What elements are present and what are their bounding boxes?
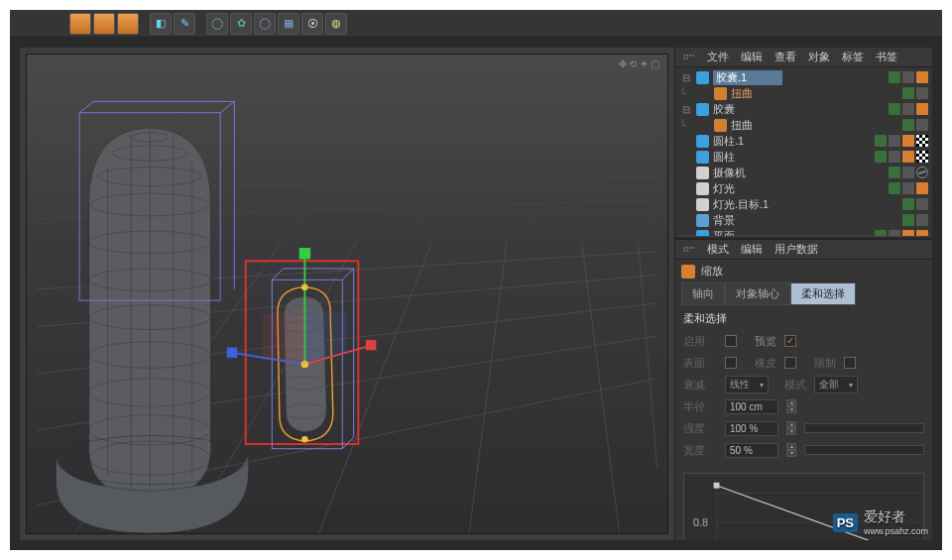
soft-select-section: 柔和选择 启用 预览 表面 橡皮 限制 衰减 线性 <box>675 305 932 469</box>
tb-record-1[interactable] <box>69 13 91 35</box>
radius-label: 半径 <box>683 399 717 414</box>
viewport-nav-icons[interactable]: ✥ ⟲ ✦ ▢ <box>619 58 659 69</box>
grip-icon[interactable] <box>683 55 695 59</box>
tb-grid[interactable]: ▦ <box>278 13 299 35</box>
watermark: PS 爱好者 www.psahz.com <box>833 508 928 536</box>
viewport[interactable]: ✥ ⟲ ✦ ▢ <box>26 54 668 534</box>
viewport-container: ✥ ⟲ ✦ ▢ <box>20 48 674 540</box>
strength-slider[interactable] <box>804 423 924 433</box>
tree-row[interactable]: 灯光 <box>675 180 932 196</box>
tb-record-3[interactable] <box>117 13 139 35</box>
svg-text:0.8: 0.8 <box>693 516 708 528</box>
tab[interactable]: 对象轴心 <box>725 282 790 305</box>
tree-row[interactable]: 平面 <box>675 228 932 236</box>
tb-sphere[interactable]: ◯ <box>206 13 228 35</box>
limit-checkbox[interactable] <box>844 357 856 369</box>
tb-gear[interactable]: ✿ <box>230 13 252 35</box>
watermark-url: www.psahz.com <box>864 526 928 536</box>
object-tree[interactable]: ⊟胶囊.1└扭曲⊟胶囊└扭曲圆柱.1圆柱摄像机灯光灯光.目标.1背景平面天空 <box>675 67 932 236</box>
strength-label: 强度 <box>683 421 717 436</box>
section-title: 柔和选择 <box>683 311 924 326</box>
menu-tags[interactable]: 标签 <box>842 50 864 64</box>
rubber-checkbox[interactable] <box>784 357 796 369</box>
right-panel: 文件 编辑 查看 对象 标签 书签 ⊟胶囊.1└扭曲⊟胶囊└扭曲圆柱.1圆柱摄像… <box>674 48 932 540</box>
svg-point-57 <box>301 436 308 443</box>
svg-rect-52 <box>366 340 376 350</box>
svg-rect-65 <box>714 483 720 489</box>
toolbar-group-tools: ◯ ✿ ◯ ▦ ⦿ ◍ <box>206 13 347 35</box>
svg-rect-50 <box>299 248 310 259</box>
tree-row[interactable]: 背景 <box>675 212 932 228</box>
toolbar-group-record <box>69 13 139 35</box>
svg-line-48 <box>342 437 353 448</box>
radius-input[interactable]: 100 cm <box>725 399 778 414</box>
svg-line-7 <box>319 242 432 533</box>
menu-mode[interactable]: 模式 <box>707 242 729 257</box>
mode-label: 模式 <box>784 378 806 392</box>
rubber-label: 橡皮 <box>755 356 776 371</box>
mode-dropdown[interactable]: 全部 <box>814 376 858 393</box>
watermark-logo: PS <box>833 513 858 532</box>
surface-checkbox[interactable] <box>725 357 737 369</box>
tb-record-2[interactable] <box>93 13 115 35</box>
attribute-tabs: 轴向对象轴心柔和选择 <box>675 282 932 305</box>
object-manager-menu: 文件 编辑 查看 对象 标签 书签 <box>675 48 932 67</box>
tree-row[interactable]: └扭曲 <box>675 117 932 133</box>
viewport-scene <box>27 55 667 533</box>
menu-view[interactable]: 查看 <box>774 50 796 64</box>
tree-row[interactable]: 圆柱.1 <box>675 133 932 149</box>
width-spinner[interactable]: ▴▾ <box>786 443 796 457</box>
menu-file[interactable]: 文件 <box>707 50 729 64</box>
svg-line-8 <box>469 242 507 533</box>
svg-line-35 <box>220 101 234 112</box>
attribute-panel: 缩放 轴向对象轴心柔和选择 柔和选择 启用 预览 表面 橡皮 限制 <box>675 260 932 540</box>
width-label: 宽度 <box>683 443 717 458</box>
preview-label: 预览 <box>755 334 776 349</box>
svg-line-9 <box>582 242 620 533</box>
tree-row[interactable]: └扭曲 <box>675 85 932 101</box>
svg-point-56 <box>301 284 308 291</box>
tab[interactable]: 柔和选择 <box>790 282 856 305</box>
tb-camera[interactable]: ⦿ <box>301 13 323 35</box>
attribute-menu: 模式 编辑 用户数据 <box>675 240 932 260</box>
svg-rect-54 <box>227 347 237 357</box>
surface-label: 表面 <box>683 356 717 371</box>
svg-marker-58 <box>263 308 305 365</box>
tree-row[interactable]: ⊟胶囊.1 <box>675 69 932 85</box>
menu-userdata[interactable]: 用户数据 <box>774 242 818 257</box>
tree-row[interactable]: ⊟胶囊 <box>675 101 932 117</box>
tb-pen[interactable]: ✎ <box>174 13 195 35</box>
main-toolbar: ◧ ✎ ◯ ✿ ◯ ▦ ⦿ ◍ <box>10 10 942 38</box>
tree-row[interactable]: 摄像机 <box>675 165 932 180</box>
attr-title: 缩放 <box>701 264 723 279</box>
grip-icon[interactable] <box>683 247 695 252</box>
tb-torus[interactable]: ◯ <box>254 13 276 35</box>
menu-bookmarks[interactable]: 书签 <box>876 50 897 64</box>
enable-checkbox[interactable] <box>725 335 737 347</box>
width-slider[interactable] <box>804 445 924 455</box>
falloff-label: 衰减 <box>683 378 717 392</box>
menu-object[interactable]: 对象 <box>808 50 830 64</box>
falloff-dropdown[interactable]: 线性 <box>725 376 769 393</box>
tb-cube[interactable]: ◧ <box>150 13 172 35</box>
strength-input[interactable]: 100 % <box>725 421 778 436</box>
scale-tool-icon <box>681 265 695 279</box>
tab[interactable]: 轴向 <box>681 282 725 305</box>
tb-light[interactable]: ◍ <box>325 13 347 35</box>
menu-edit[interactable]: 编辑 <box>741 50 763 64</box>
width-input[interactable]: 50 % <box>725 443 778 458</box>
menu-edit2[interactable]: 编辑 <box>741 242 763 257</box>
limit-label: 限制 <box>814 356 836 371</box>
tree-row[interactable]: 灯光.目标.1 <box>675 196 932 212</box>
strength-spinner[interactable]: ▴▾ <box>786 421 796 435</box>
radius-spinner[interactable]: ▴▾ <box>786 399 796 413</box>
tree-row[interactable]: 圆柱 <box>675 149 932 165</box>
toolbar-group-prim: ◧ ✎ <box>150 13 195 35</box>
enable-label: 启用 <box>683 334 717 349</box>
svg-line-34 <box>79 101 93 112</box>
watermark-text: 爱好者 <box>864 508 928 526</box>
preview-checkbox[interactable] <box>784 335 796 347</box>
svg-marker-59 <box>304 308 347 365</box>
